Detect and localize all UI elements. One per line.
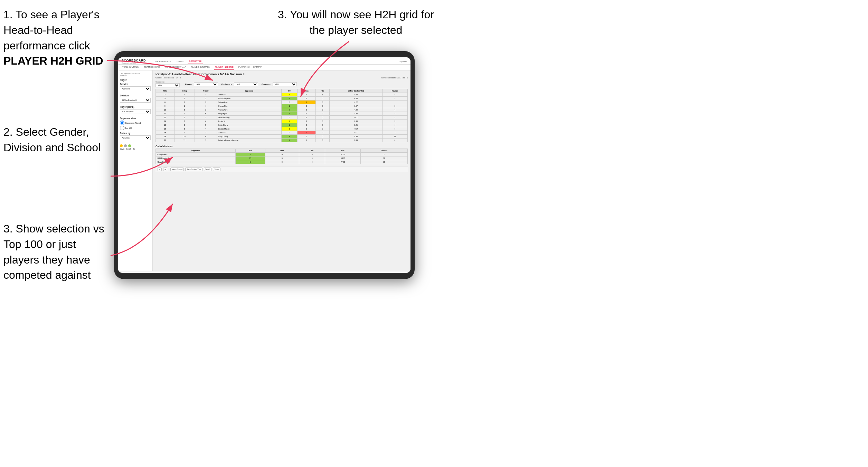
cell-loss: 2 xyxy=(297,120,315,123)
ood-cell-rounds: 2 xyxy=(361,153,408,156)
nav-teams[interactable]: TEAMS xyxy=(175,59,185,64)
cell-diff: 0.30 xyxy=(330,135,383,139)
cell-reg: 7 xyxy=(174,120,195,123)
region-select[interactable]: (All) xyxy=(194,82,218,86)
sub-nav-team-h2h-grid[interactable]: TEAM H2H GRID xyxy=(143,65,161,70)
cell-win: 2 xyxy=(281,139,297,142)
colour-dot-up xyxy=(128,144,131,147)
sidebar-division-select[interactable]: NCAA Division III xyxy=(120,98,151,103)
share-btn[interactable]: Share xyxy=(213,168,220,171)
sidebar-colour-by-select[interactable]: Win/loss xyxy=(120,135,151,140)
sidebar-gender-select[interactable]: Women's xyxy=(120,86,151,91)
cell-conf: 3 xyxy=(195,108,217,112)
sidebar-colour-by-label: Colour by xyxy=(120,132,151,134)
cell-tie: 0 xyxy=(316,131,330,135)
cell-conf: 4 xyxy=(195,104,217,108)
ood-col-tie: Tie xyxy=(299,149,325,153)
cell-tie: 0 xyxy=(316,127,330,131)
brand: SCOREBOARD Powered by clippd xyxy=(122,59,146,64)
cell-tie: 0 xyxy=(316,135,330,139)
cell-conf: 2 xyxy=(195,131,217,135)
opponent-select[interactable]: (All) xyxy=(273,82,297,86)
ood-cell-opponent: Foreign Team xyxy=(156,153,236,156)
instruction-bottom-left: 3. Show selection vs Top 100 or just pla… xyxy=(3,221,111,283)
sidebar-radio-top100[interactable]: Top 100 xyxy=(120,126,151,130)
col-opponent: Opponent xyxy=(217,89,282,93)
cell-tie: 1 xyxy=(316,93,330,97)
conference-select[interactable]: (All) xyxy=(234,82,258,86)
filter-opponents: Opponents: (All) xyxy=(155,81,180,87)
instruction-text-1: 1. To see a Player's Head-to-Head perfor… xyxy=(3,8,100,52)
ood-cell-tie: 0 xyxy=(299,156,325,160)
cell-loss: 0 xyxy=(297,112,315,116)
out-of-division-header: Out of division xyxy=(155,145,408,147)
ood-col-rounds: Rounds xyxy=(361,149,408,153)
cell-rounds: 9 xyxy=(382,120,407,123)
cell-rounds: 3 xyxy=(382,104,407,108)
sub-nav-team-summary[interactable]: TEAM SUMMARY xyxy=(122,65,140,70)
cell-tie: 0 xyxy=(316,123,330,127)
save-custom-btn[interactable]: Save Custom View xyxy=(185,168,202,171)
ood-cell-rounds: 10 xyxy=(361,160,408,164)
ood-col-opponent: Opponent xyxy=(156,149,236,153)
cell-div: 19 xyxy=(156,135,174,139)
cell-opponent: Euna Lee xyxy=(217,131,282,135)
sub-nav-player-h2h-heatmap[interactable]: PLAYER H2H HEATMAP xyxy=(238,65,262,70)
sub-nav-player-h2h-grid[interactable]: PLAYER H2H GRID xyxy=(214,65,234,70)
redo-btn[interactable]: ↪ xyxy=(163,168,167,171)
sub-nav-team-h2h-heatmap[interactable]: TEAM H2H HEATMAP xyxy=(164,65,187,70)
cell-loss: 0 xyxy=(297,108,315,112)
cell-diff: -3.00 xyxy=(330,116,383,120)
cell-conf: 4 xyxy=(195,127,217,131)
cell-win: 0 xyxy=(281,131,297,135)
nav-committee[interactable]: COMMITTEE xyxy=(188,59,203,64)
ood-cell-diff: 9.267 xyxy=(325,156,361,160)
nav-items: TOURNAMENTS TEAMS COMMITTEE xyxy=(153,59,395,64)
cell-conf: 5 xyxy=(195,112,217,116)
cell-opponent: Jessica Huang xyxy=(217,116,282,120)
cell-loss: 2 xyxy=(297,127,315,131)
cell-conf: 5 xyxy=(195,123,217,127)
cell-rounds: 7 xyxy=(382,127,407,131)
col-rounds: Rounds xyxy=(382,89,407,93)
opponents-select[interactable]: (All) xyxy=(155,83,180,87)
cell-conf: 6 xyxy=(195,135,217,139)
cell-opponent: Sharon Mun xyxy=(217,104,282,108)
cell-tie: 0 xyxy=(316,101,330,104)
cell-rounds: 4 xyxy=(382,123,407,127)
ood-cell-rounds: 30 xyxy=(361,156,408,160)
cell-div: 13 xyxy=(156,116,174,120)
cell-tie: 0 xyxy=(316,108,330,112)
cell-opponent: Emily Chang xyxy=(217,135,282,139)
cell-rounds: 4 xyxy=(382,93,407,97)
table-row: 18 2 2 Euna Lee 0 1 0 -5.00 2 xyxy=(156,131,408,135)
colour-dot-level xyxy=(124,144,127,147)
ood-cell-win: 1 xyxy=(236,153,265,156)
grid-title: Katelyn Vo Head-to-Head Grid for Women's… xyxy=(155,73,408,76)
cell-rounds: 3 xyxy=(382,112,407,116)
sub-nav: TEAM SUMMARY TEAM H2H GRID TEAM H2H HEAT… xyxy=(118,65,411,70)
nav-sign-out[interactable]: Sign out xyxy=(399,60,407,63)
cell-div: 15 xyxy=(156,123,174,127)
cell-div: 6 xyxy=(156,101,174,104)
undo-btn[interactable]: ↩ xyxy=(158,168,162,171)
cell-div: 3 xyxy=(156,93,174,97)
ood-cell-win: 15 xyxy=(236,156,265,160)
division-record-value: 331 - 34 - 6 xyxy=(397,77,408,79)
table-row: 14 7 4 Eunice Yi 2 2 0 0.38 9 xyxy=(156,120,408,123)
cell-win: 2 xyxy=(281,108,297,112)
sub-nav-player-summary[interactable]: PLAYER SUMMARY xyxy=(190,65,210,70)
nav-tournaments[interactable]: TOURNAMENTS xyxy=(153,59,172,64)
cell-reg: 10 xyxy=(174,135,195,139)
cell-win: 0 xyxy=(281,101,297,104)
cell-diff: 4.00 xyxy=(330,97,383,101)
cell-diff: 1.33 xyxy=(330,139,383,142)
ood-col-loss: Loss xyxy=(265,149,299,153)
view-original-btn[interactable]: View: Original xyxy=(170,168,184,171)
ood-cell-loss: 0 xyxy=(265,156,299,160)
sidebar-radio-opponents[interactable]: Opponents Played xyxy=(120,121,151,125)
cell-opponent: Stella Cheng xyxy=(217,123,282,127)
sidebar-player-rank-select[interactable]: 8. Katelyn Vo xyxy=(120,109,151,114)
watch-btn[interactable]: Watch xyxy=(204,168,211,171)
table-row: 16 3 4 Jessica Mason 1 2 0 -0.94 7 xyxy=(156,127,408,131)
